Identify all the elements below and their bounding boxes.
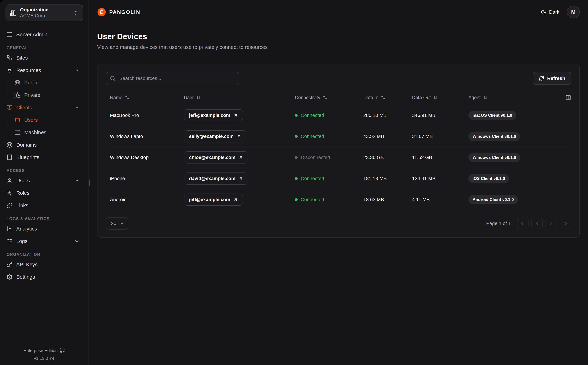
pagination-next-button[interactable]	[545, 218, 557, 229]
data-in-value: 280.10 MB	[363, 112, 412, 118]
sidebar-item-label: Server Admin	[16, 32, 47, 37]
theme-toggle-button[interactable]: Dark	[541, 9, 559, 15]
sidebar-item-roles[interactable]: Roles	[6, 188, 83, 199]
data-out-value: 31.67 MB	[412, 134, 468, 139]
key-icon	[7, 262, 13, 267]
status-dot	[295, 114, 298, 117]
sidebar-item-api-keys[interactable]: API Keys	[6, 259, 83, 270]
sidebar-item-domains[interactable]: Domains	[6, 139, 83, 150]
status-dot	[295, 135, 298, 138]
avatar-initial: M	[571, 9, 575, 15]
pagination-first-button[interactable]	[517, 218, 529, 229]
sidebar-item-analytics[interactable]: Analytics	[6, 223, 83, 234]
arrow-up-right-icon	[233, 197, 238, 202]
arrow-up-right-icon	[238, 155, 243, 160]
user-link-chip[interactable]: jeff@example.com	[184, 109, 243, 121]
building-icon	[10, 10, 17, 16]
sidebar-item-private[interactable]: Private	[6, 90, 83, 101]
chevron-up-icon	[74, 105, 79, 110]
theme-label: Dark	[549, 9, 559, 15]
table-row: Windows Lapto sally@example.com Connecte…	[106, 126, 571, 147]
connectivity-status: Disconnected	[295, 155, 363, 160]
connectivity-status: Connected	[295, 197, 363, 202]
table-toolbar: Refresh	[106, 72, 571, 85]
column-header-name[interactable]: Name	[110, 95, 184, 100]
sort-icon	[323, 95, 327, 100]
sidebar-item-sites[interactable]: Sites	[6, 52, 83, 63]
sidebar-item-logs[interactable]: Logs	[6, 236, 83, 247]
sidebar-section-logs-analytics: LOGS & ANALYTICS	[6, 217, 83, 221]
sidebar-item-settings[interactable]: Settings	[6, 271, 83, 282]
page-size-select[interactable]: 20	[106, 217, 129, 230]
sidebar-item-server-admin[interactable]: Server Admin	[6, 29, 83, 40]
sidebar-item-label: Sites	[16, 55, 28, 61]
search-input[interactable]	[106, 72, 239, 85]
column-header-agent[interactable]: Agent	[468, 95, 571, 100]
data-in-value: 23.36 GB	[363, 155, 412, 160]
data-in-value: 43.52 MB	[363, 134, 412, 139]
connectivity-status: Connected	[295, 112, 363, 118]
sidebar-item-links[interactable]: Links	[6, 200, 83, 211]
main-content: PANGOLIN Dark M User Devices View and ma…	[89, 0, 588, 365]
status-dot	[295, 198, 298, 201]
sidebar-item-clients[interactable]: Clients	[6, 102, 83, 113]
pagination-bar: 20 Page 1 of 1	[106, 217, 571, 230]
chevron-down-icon	[74, 178, 79, 183]
table-row: iPhone david@example.com Connected 181.1…	[106, 168, 571, 189]
sidebar-item-label: Users	[24, 117, 38, 123]
connectivity-status: Connected	[295, 176, 363, 181]
sidebar-item-label: Clients	[16, 105, 32, 111]
version-label: v1.13.0	[34, 356, 48, 361]
sidebar-section-access: ACCESS	[6, 168, 83, 173]
column-visibility-button[interactable]	[566, 95, 571, 100]
arrow-up-right-icon	[233, 113, 238, 118]
monitor-up-icon	[7, 105, 13, 111]
user-link-chip[interactable]: jeff@example.com	[184, 194, 243, 206]
sidebar-item-blueprints[interactable]: Blueprints	[6, 152, 83, 163]
laptop-icon	[14, 117, 20, 123]
pagination-last-button[interactable]	[560, 218, 571, 229]
sort-icon	[381, 95, 385, 100]
sidebar-item-label: Analytics	[16, 226, 37, 232]
user-link-chip[interactable]: chloe@example.com	[184, 151, 248, 163]
github-icon[interactable]	[60, 348, 65, 353]
pagination-prev-button[interactable]	[531, 218, 543, 229]
data-out-value: 124.41 MB	[412, 176, 468, 181]
sidebar-item-label: Users	[16, 178, 30, 183]
server-icon	[7, 32, 13, 37]
sidebar-item-label: Machines	[24, 129, 46, 135]
data-in-value: 18.63 MB	[363, 197, 412, 202]
user-link-chip[interactable]: david@example.com	[184, 173, 248, 185]
user-link-chip[interactable]: sally@example.com	[184, 130, 246, 142]
sidebar-item-label: Logs	[16, 238, 28, 244]
sidebar-item-machines[interactable]: Machines	[6, 127, 83, 138]
chevron-up-icon	[74, 68, 79, 73]
avatar[interactable]: M	[567, 6, 580, 19]
data-out-value: 4.11 MB	[412, 197, 468, 202]
resources-subgroup: Public Private	[6, 77, 83, 101]
sort-icon	[196, 95, 201, 100]
chevron-down-icon	[119, 221, 124, 226]
globe-icon	[14, 80, 20, 86]
chevrons-left-icon	[520, 221, 525, 226]
column-header-connectivity[interactable]: Connectivity	[295, 95, 363, 100]
refresh-button[interactable]: Refresh	[533, 72, 571, 85]
sidebar-item-resources[interactable]: Resources	[6, 65, 83, 76]
page-subtitle: View and manage devices that users use t…	[97, 44, 580, 50]
column-header-data-out[interactable]: Data Out	[412, 95, 468, 100]
chevron-down-icon	[74, 239, 79, 244]
sidebar-item-public[interactable]: Public	[6, 77, 83, 88]
column-header-user[interactable]: User	[184, 95, 295, 100]
sidebar-item-client-users[interactable]: Users	[6, 114, 83, 126]
organization-selector[interactable]: Organization ACME Corp.	[6, 5, 83, 21]
external-link-icon[interactable]	[50, 356, 55, 361]
gear-icon	[7, 274, 13, 280]
table-header-row: Name User Connectivity Data In Data Out	[106, 91, 571, 105]
waypoints-icon	[7, 67, 13, 73]
column-header-data-in[interactable]: Data In	[363, 95, 412, 100]
sort-icon	[483, 95, 488, 100]
sidebar-item-users[interactable]: Users	[6, 175, 83, 186]
sidebar-section-organization: ORGANIZATION	[6, 252, 83, 257]
brand[interactable]: PANGOLIN	[97, 7, 140, 17]
chevrons-up-down-icon	[73, 10, 79, 15]
